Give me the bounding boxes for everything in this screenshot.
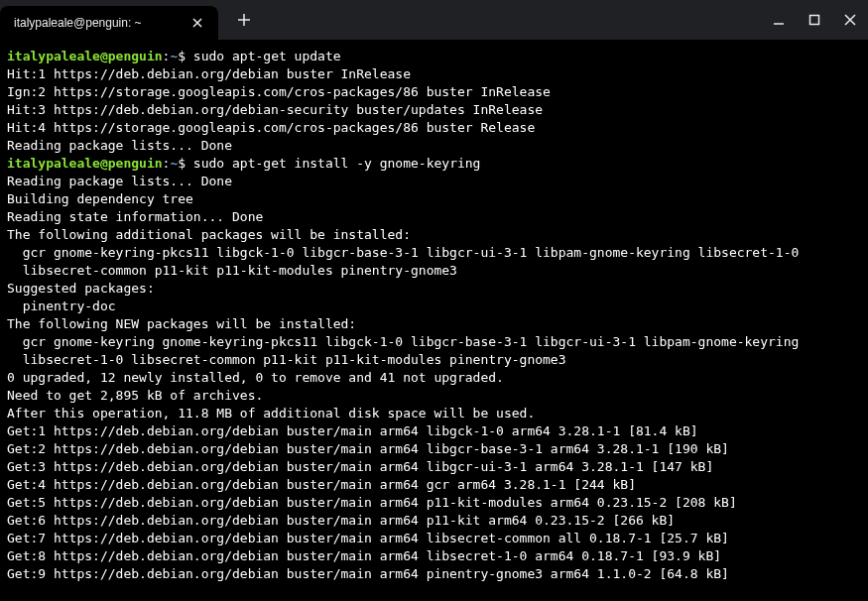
output-line: Building dependency tree [7, 191, 193, 206]
output-line: Get:2 https://deb.debian.org/debian bust… [7, 441, 729, 456]
output-line: Get:4 https://deb.debian.org/debian bust… [7, 477, 636, 492]
tab-title: italypaleale@penguin: ~ [14, 16, 181, 30]
output-line: Get:7 https://deb.debian.org/debian bust… [7, 531, 729, 545]
prompt-dollar: $ [178, 156, 193, 171]
output-line: Reading package lists... Done [7, 174, 232, 188]
output-line: libsecret-common p11-kit p11-kit-modules… [7, 263, 457, 278]
output-line: Hit:3 https://deb.debian.org/debian-secu… [7, 102, 543, 117]
window-controls [769, 10, 860, 30]
output-line: Ign:2 https://storage.googleapis.com/cro… [7, 84, 551, 99]
output-line: Get:1 https://deb.debian.org/debian bust… [7, 423, 698, 438]
prompt-user: italypaleale@penguin [7, 49, 163, 63]
prompt-user: italypaleale@penguin [7, 156, 163, 171]
output-line: After this operation, 11.8 MB of additio… [7, 406, 535, 421]
output-line: pinentry-doc [7, 299, 116, 313]
output-line: The following additional packages will b… [7, 227, 411, 242]
output-line: Suggested packages: [7, 281, 155, 296]
close-window-icon[interactable] [840, 10, 860, 30]
titlebar: italypaleale@penguin: ~ [0, 0, 868, 40]
output-line: libsecret-1-0 libsecret-common p11-kit p… [7, 352, 566, 367]
output-line: Get:5 https://deb.debian.org/debian bust… [7, 495, 737, 510]
output-line: Reading state information... Done [7, 209, 263, 224]
output-line: Need to get 2,895 kB of archives. [7, 388, 263, 403]
output-line: Get:6 https://deb.debian.org/debian bust… [7, 513, 675, 528]
terminal-output[interactable]: italypaleale@penguin:~$ sudo apt-get upd… [0, 40, 868, 591]
prompt-dollar: $ [178, 49, 193, 63]
output-line: Get:3 https://deb.debian.org/debian bust… [7, 459, 713, 474]
output-line: gcr gnome-keyring-pkcs11 libgck-1-0 libg… [7, 245, 799, 260]
new-tab-button[interactable] [232, 8, 256, 32]
output-line: Get:8 https://deb.debian.org/debian bust… [7, 548, 721, 563]
svg-rect-0 [810, 16, 819, 25]
output-line: Hit:4 https://storage.googleapis.com/cro… [7, 120, 535, 135]
command-text: sudo apt-get update [193, 49, 341, 63]
output-line: gcr gnome-keyring gnome-keyring-pkcs11 l… [7, 334, 799, 349]
minimize-icon[interactable] [769, 10, 789, 30]
terminal-tab[interactable]: italypaleale@penguin: ~ [0, 6, 218, 40]
close-tab-icon[interactable] [188, 14, 206, 32]
command-text: sudo apt-get install -y gnome-keyring [193, 156, 481, 171]
output-line: The following NEW packages will be insta… [7, 316, 356, 331]
maximize-icon[interactable] [805, 10, 824, 30]
output-line: Get:9 https://deb.debian.org/debian bust… [7, 566, 729, 581]
output-line: Reading package lists... Done [7, 138, 232, 153]
output-line: Hit:1 https://deb.debian.org/debian bust… [7, 66, 411, 81]
output-line: 0 upgraded, 12 newly installed, 0 to rem… [7, 370, 504, 385]
